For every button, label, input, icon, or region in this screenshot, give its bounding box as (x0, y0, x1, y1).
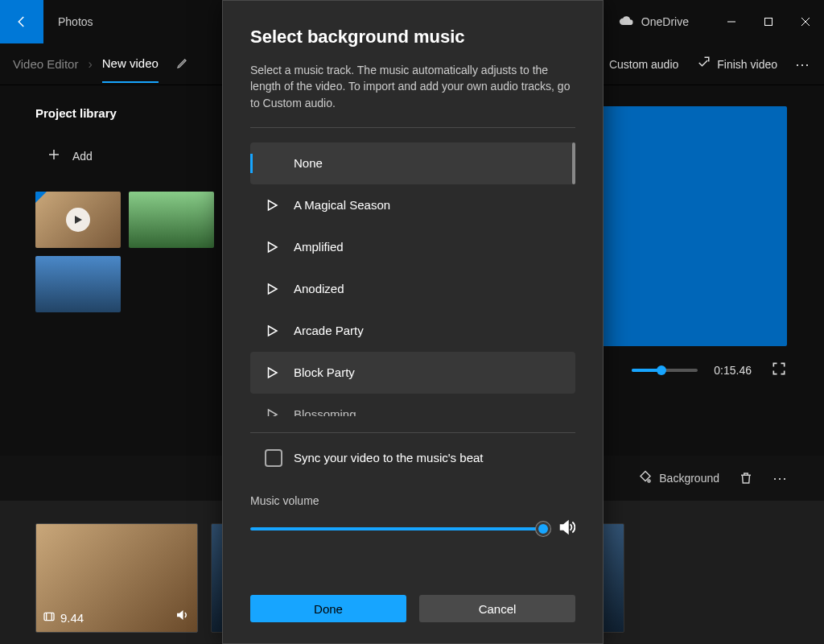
dialog-description: Select a music track. The music automati… (250, 62, 575, 111)
timecode: 0:15.46 (714, 364, 752, 377)
track-option[interactable]: Arcade Party (250, 310, 575, 352)
track-label: Blossoming (294, 407, 356, 416)
more-button[interactable]: ⋯ (795, 56, 811, 73)
play-icon[interactable] (265, 324, 294, 338)
track-option[interactable]: Amplified (250, 226, 575, 268)
track-option-none[interactable]: None (250, 142, 575, 184)
track-option[interactable]: Block Party (250, 352, 575, 394)
track-label: Block Party (294, 365, 355, 379)
add-label: Add (72, 150, 93, 163)
card-more-button[interactable]: ⋯ (772, 469, 789, 487)
close-button[interactable] (787, 6, 824, 38)
svg-rect-1 (765, 19, 772, 26)
storyboard-clip[interactable]: 9.44 (35, 523, 198, 633)
cancel-button[interactable]: Cancel (419, 595, 575, 622)
paint-icon (638, 470, 653, 487)
library-thumb[interactable] (35, 256, 121, 312)
sync-label: Sync your video to the music's beat (294, 451, 483, 464)
track-option[interactable]: Anodized (250, 268, 575, 310)
volume-label: Music volume (250, 494, 575, 507)
used-marker-icon (35, 192, 47, 203)
background-label: Background (659, 472, 719, 485)
fullscreen-button[interactable] (763, 361, 787, 380)
finish-video-label: Finish video (717, 58, 777, 71)
breadcrumb-root[interactable]: Video Editor (13, 57, 78, 71)
window-controls (713, 6, 824, 38)
delete-button[interactable] (739, 471, 753, 485)
play-icon (66, 208, 90, 232)
trash-icon (739, 471, 753, 485)
play-icon[interactable] (265, 407, 294, 416)
divider (250, 127, 575, 128)
project-title[interactable]: New video (102, 56, 159, 83)
clip-volume-icon[interactable] (175, 608, 189, 625)
filmstrip-icon (43, 610, 56, 625)
export-icon (696, 56, 711, 72)
custom-audio-button[interactable]: Custom audio (609, 58, 678, 71)
background-button[interactable]: Background (638, 470, 719, 487)
volume-slider[interactable] (250, 527, 543, 530)
track-label: A Magical Season (294, 198, 390, 212)
back-button[interactable] (0, 0, 43, 43)
app-title: Photos (58, 15, 93, 28)
play-icon[interactable] (265, 198, 294, 213)
sync-checkbox[interactable] (265, 449, 282, 467)
onedrive-label: OneDrive (641, 15, 689, 28)
play-icon[interactable] (265, 365, 294, 380)
custom-audio-label: Custom audio (609, 58, 678, 71)
divider (250, 432, 575, 433)
track-label: None (294, 156, 323, 170)
seek-slider[interactable] (632, 369, 698, 372)
dialog-title: Select background music (250, 27, 575, 47)
track-label: Amplified (294, 240, 344, 254)
play-icon[interactable] (265, 240, 294, 254)
done-button[interactable]: Done (250, 595, 406, 622)
scrollbar[interactable] (572, 142, 575, 184)
track-option[interactable]: A Magical Season (250, 184, 575, 226)
track-list[interactable]: None A Magical Season Amplified Anodized… (250, 142, 575, 416)
track-option[interactable]: Blossoming (250, 394, 575, 416)
onedrive-status[interactable]: OneDrive (619, 15, 689, 29)
dialog-footer: Done Cancel (223, 577, 603, 643)
svg-point-6 (648, 480, 650, 482)
track-label: Anodized (294, 282, 344, 295)
play-icon[interactable] (265, 282, 294, 296)
volume-icon[interactable] (558, 518, 575, 539)
svg-rect-7 (44, 613, 54, 620)
library-thumb[interactable] (129, 192, 214, 248)
finish-video-button[interactable]: Finish video (696, 56, 777, 72)
chevron-right-icon: › (88, 57, 92, 72)
cloud-icon (619, 15, 635, 29)
minimize-button[interactable] (713, 6, 750, 38)
track-label: Arcade Party (294, 324, 364, 337)
rename-button[interactable] (176, 56, 189, 72)
maximize-button[interactable] (750, 6, 787, 38)
background-music-dialog: Select background music Select a music t… (222, 0, 604, 644)
clip-duration: 9.44 (60, 611, 84, 625)
library-thumb[interactable] (35, 192, 121, 248)
plus-icon (47, 147, 61, 164)
